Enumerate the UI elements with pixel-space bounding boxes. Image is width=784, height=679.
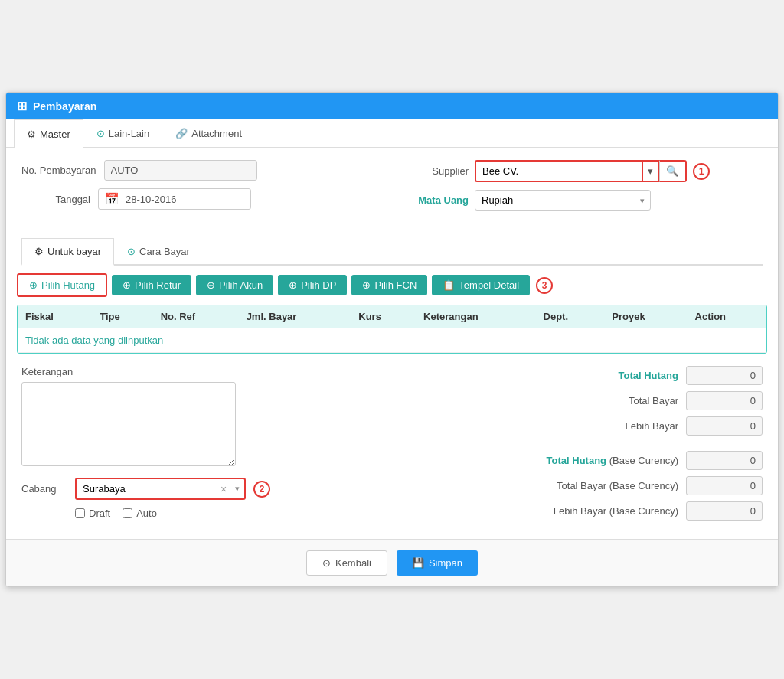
cabang-dropdown-btn[interactable]: ▾ [230,480,244,498]
tanggal-label: Tanggal [21,194,90,205]
tempel-detail-icon: 📋 [443,279,455,291]
simpan-label: Simpan [429,557,462,569]
lebih-bayar-label: Lebih Bayar [541,420,678,432]
table-body: Tidak ada data yang diinputkan [18,328,766,353]
pilih-fcn-button[interactable]: ⊕ Pilih FCN [351,275,427,295]
checkbox-draft[interactable]: Draft [75,508,110,519]
tempel-detail-label: Tempel Detail [459,279,519,291]
col-jml-bayar: Jml. Bayar [239,305,351,328]
col-keterangan: Keterangan [416,305,535,328]
annotation-1: 1 [693,163,710,180]
supplier-row: Supplier ▾ 🔍 1 [407,160,710,182]
kembali-icon: ⊙ [322,557,331,569]
pilih-dp-label: Pilih DP [301,279,336,291]
keterangan-textarea[interactable] [21,382,236,466]
cabang-input[interactable] [77,479,217,498]
total-hutang-label: Total Hutang [541,370,678,381]
total-bayar-base-value: 0 [686,476,763,495]
pilih-dp-button[interactable]: ⊕ Pilih DP [278,275,347,295]
total-bayar-label: Total Bayar [541,395,678,406]
col-tipe: Tipe [92,305,152,328]
tab-untuk-bayar-label: Untuk bayar [47,246,101,257]
lebih-bayar-base-label: Lebih Bayar (Base Curency) [541,505,678,517]
pilih-akun-button[interactable]: ⊕ Pilih Akun [196,275,273,295]
supplier-field: ▾ 🔍 [475,160,687,182]
total-hutang-value: 0 [686,366,763,385]
tab-cara-bayar-icon: ⊙ [127,246,136,257]
supplier-dropdown-btn[interactable]: ▾ [643,160,659,182]
total-bayar-base-label: Total Bayar (Base Curency) [541,480,678,491]
pilih-akun-icon: ⊕ [207,279,215,291]
total-hutang-base-row: Total Hutang (Base Curency) 0 [502,451,763,470]
form-section: No. Pembayaran Tanggal 📅 28-10-2016 Supp… [6,148,778,230]
window-title: Pembayaran [33,100,96,113]
tab-master[interactable]: ⚙ Master [14,119,83,148]
mata-uang-select-wrapper: Rupiah [475,190,651,211]
tab-attachment-icon: 🔗 [175,128,188,139]
window-icon: ⊞ [17,99,27,113]
tab-cara-bayar-label: Cara Bayar [139,246,190,257]
no-pembayaran-input[interactable] [104,160,257,181]
lebih-bayar-row: Lebih Bayar 0 [502,416,763,436]
mata-uang-select[interactable]: Rupiah [475,190,651,211]
pilih-fcn-icon: ⊕ [362,279,371,291]
kembali-label: Kembali [335,557,371,569]
title-bar: ⊞ Pembayaran [6,93,778,119]
main-window: ⊞ Pembayaran ⚙ Master ⊙ Lain-Lain 🔗 Atta… [5,92,779,587]
form-two-col: No. Pembayaran Tanggal 📅 28-10-2016 Supp… [21,160,763,217]
tab-attachment[interactable]: 🔗 Attachment [162,119,255,147]
right-section: Total Hutang 0 Total Bayar 0 Lebih Bayar… [502,366,763,527]
pilih-hutang-button[interactable]: ⊕ Pilih Hutang [17,273,107,297]
no-pembayaran-row: No. Pembayaran [21,160,377,181]
total-hutang-base-label: Total Hutang (Base Curency) [541,455,678,466]
cabang-clear-btn[interactable]: × [217,483,230,495]
auto-checkbox[interactable] [122,508,132,518]
col-dept: Dept. [536,305,605,328]
table-header: Fiskal Tipe No. Ref Jml. Bayar Kurs Kete… [18,305,766,328]
total-hutang-base-value: 0 [686,451,763,470]
tab-untuk-bayar[interactable]: ⚙ Untuk bayar [21,238,114,266]
pilih-akun-label: Pilih Akun [219,279,263,291]
pilih-fcn-label: Pilih FCN [374,279,416,291]
col-proyek: Proyek [604,305,687,328]
checkbox-auto[interactable]: Auto [122,508,157,519]
lebih-bayar-base-value: 0 [686,501,763,521]
draft-checkbox[interactable] [75,508,85,518]
mata-uang-row: Mata Uang Rupiah [407,190,651,211]
col-no-ref: No. Ref [153,305,239,328]
section-tabs: ⚙ Untuk bayar ⊙ Cara Bayar [21,238,763,266]
supplier-input[interactable] [475,160,643,182]
no-pembayaran-label: No. Pembayaran [21,165,96,176]
supplier-search-btn[interactable]: 🔍 [659,160,687,182]
left-section: Keterangan Cabang × ▾ 2 Draft Auto [21,366,487,527]
table-empty-message: Tidak ada data yang diinputkan [18,328,766,353]
draft-label: Draft [89,508,110,519]
auto-label: Auto [136,508,157,519]
action-buttons-row: ⊕ Pilih Hutang ⊕ Pilih Retur ⊕ Pilih Aku… [6,266,778,305]
simpan-icon: 💾 [412,557,424,569]
tab-lain-lain-label: Lain-Lain [109,128,150,139]
table-header-row: Fiskal Tipe No. Ref Jml. Bayar Kurs Kete… [18,305,766,328]
tab-lain-lain[interactable]: ⊙ Lain-Lain [83,119,163,147]
pilih-hutang-icon: ⊕ [29,279,38,291]
form-left: No. Pembayaran Tanggal 📅 28-10-2016 [21,160,377,217]
data-table: Fiskal Tipe No. Ref Jml. Bayar Kurs Kete… [18,305,766,353]
tab-attachment-label: Attachment [191,128,242,139]
tempel-detail-button[interactable]: 📋 Tempel Detail [432,275,530,295]
pilih-retur-icon: ⊕ [122,279,131,291]
tab-master-icon: ⚙ [27,129,36,140]
top-tabs: ⚙ Master ⊙ Lain-Lain 🔗 Attachment [6,119,778,148]
total-bayar-value: 0 [686,391,763,410]
table-empty-row: Tidak ada data yang diinputkan [18,328,766,353]
lebih-bayar-value: 0 [686,416,763,436]
data-table-section: Fiskal Tipe No. Ref Jml. Bayar Kurs Kete… [17,305,767,354]
annotation-2: 2 [253,481,270,498]
pilih-retur-button[interactable]: ⊕ Pilih Retur [112,275,191,295]
simpan-button[interactable]: 💾 Simpan [397,550,478,576]
tanggal-input[interactable]: 📅 28-10-2016 [98,188,251,210]
cabang-input-wrap: × ▾ [75,478,246,500]
kembali-button[interactable]: ⊙ Kembali [306,550,387,576]
tab-cara-bayar[interactable]: ⊙ Cara Bayar [114,238,203,264]
cabang-row: Cabang × ▾ 2 [21,478,487,500]
bottom-section: Keterangan Cabang × ▾ 2 Draft Auto [6,354,778,539]
